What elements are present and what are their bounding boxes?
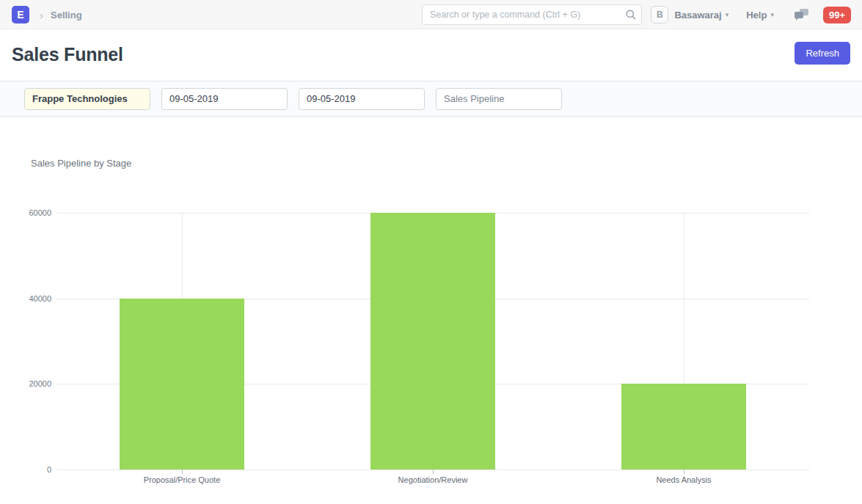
breadcrumb-chevron-icon: › bbox=[40, 9, 43, 21]
page-title: Sales Funnel bbox=[12, 44, 123, 65]
x-axis-category-label: Needs Analysis bbox=[596, 475, 772, 484]
help-label: Help bbox=[746, 10, 767, 21]
funnel-bar[interactable] bbox=[621, 384, 746, 470]
y-axis-tick-label: 0 bbox=[7, 465, 51, 474]
breadcrumb-selling[interactable]: Selling bbox=[51, 10, 82, 21]
filter-bar bbox=[0, 81, 862, 117]
user-name: Basawaraj bbox=[674, 10, 721, 21]
chart-type-select[interactable] bbox=[436, 88, 562, 110]
page-header: Sales Funnel Refresh bbox=[0, 29, 862, 81]
global-search bbox=[422, 4, 642, 25]
search-input[interactable] bbox=[422, 4, 642, 25]
caret-down-icon: ▾ bbox=[770, 11, 774, 18]
from-date-input[interactable] bbox=[161, 88, 288, 110]
app-logo[interactable]: E bbox=[12, 6, 29, 23]
sales-pipeline-chart: Sales Pipeline by Stage 0200004000060000… bbox=[0, 117, 862, 504]
app-logo-letter: E bbox=[17, 9, 23, 21]
x-axis-category-label: Negotiation/Review bbox=[345, 475, 521, 484]
navbar-left: E › Selling bbox=[12, 0, 82, 29]
refresh-button[interactable]: Refresh bbox=[795, 42, 850, 65]
x-axis-category-label: Proposal/Price Quote bbox=[94, 475, 270, 484]
y-axis-tick-label: 20000 bbox=[7, 379, 51, 388]
chat-icon bbox=[795, 9, 808, 21]
caret-down-icon: ▾ bbox=[726, 11, 729, 18]
search-icon bbox=[626, 10, 636, 20]
navbar: E › Selling B Basawaraj ▾ Help ▾ bbox=[0, 0, 862, 29]
x-axis-tick bbox=[684, 470, 684, 474]
x-axis-tick bbox=[433, 470, 434, 474]
y-axis-tick-label: 60000 bbox=[7, 208, 51, 217]
funnel-bar[interactable] bbox=[370, 213, 495, 470]
avatar-initial: B bbox=[657, 10, 663, 20]
chat-button[interactable] bbox=[795, 9, 808, 21]
help-menu[interactable]: Help ▾ bbox=[746, 10, 774, 21]
navbar-right: B Basawaraj ▾ Help ▾ 99+ bbox=[651, 0, 851, 29]
chart-title: Sales Pipeline by Stage bbox=[31, 158, 131, 169]
funnel-bar[interactable] bbox=[120, 299, 244, 470]
y-axis-tick-label: 40000 bbox=[7, 294, 51, 303]
company-filter-input[interactable] bbox=[24, 88, 150, 110]
user-menu[interactable]: Basawaraj ▾ bbox=[674, 10, 728, 21]
avatar[interactable]: B bbox=[651, 6, 668, 23]
x-axis-tick bbox=[182, 470, 183, 474]
to-date-input[interactable] bbox=[299, 88, 425, 110]
notification-badge[interactable]: 99+ bbox=[823, 7, 851, 23]
